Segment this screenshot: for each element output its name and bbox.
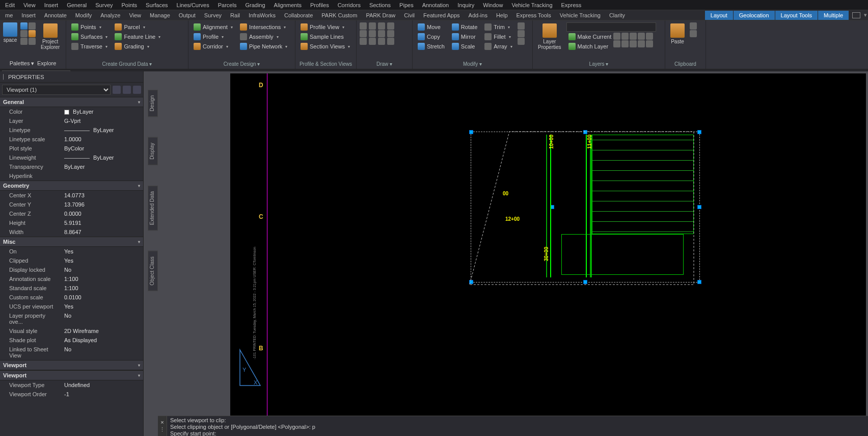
property-row[interactable]: Lineweight ByLayer xyxy=(0,153,143,162)
stretch-button[interactable]: Stretch xyxy=(416,42,447,51)
traverse-button[interactable]: Traverse xyxy=(69,42,110,51)
toolspace-button[interactable]: space xyxy=(3,37,17,43)
property-value[interactable]: No xyxy=(61,312,143,326)
property-row[interactable]: Standard scale1:100 xyxy=(0,284,143,293)
menu-pipes[interactable]: Pipes xyxy=(395,1,418,9)
layer-properties-button[interactable]: Layer Properties xyxy=(536,22,563,51)
panel-tab-multiple[interactable]: Multiple xyxy=(818,11,849,20)
draw-icon[interactable] xyxy=(360,30,367,37)
menu-grading[interactable]: Grading xyxy=(241,1,269,9)
tab-annotate[interactable]: Annotate xyxy=(40,11,71,19)
palette-icon[interactable] xyxy=(20,22,28,30)
select-objects-icon[interactable] xyxy=(123,86,131,94)
tab-modify[interactable]: Modify xyxy=(71,11,96,19)
property-value[interactable]: ByLayer xyxy=(61,126,143,134)
points-button[interactable]: Points xyxy=(69,22,110,32)
property-row[interactable]: Custom scale0.0100 xyxy=(0,293,143,302)
tab-view[interactable]: View xyxy=(125,11,145,19)
tab-parkdraw[interactable]: PARK Draw xyxy=(362,11,399,19)
property-row[interactable]: Center Y13.7096 xyxy=(0,200,143,209)
line-icon[interactable] xyxy=(360,22,367,30)
modify-icon[interactable] xyxy=(518,22,525,30)
layer-icon[interactable] xyxy=(630,33,637,40)
layer-icon[interactable] xyxy=(621,40,629,47)
draw-icon[interactable] xyxy=(387,30,394,37)
copy-button[interactable]: Copy xyxy=(416,32,447,41)
property-row[interactable]: ClippedYes xyxy=(0,256,143,265)
property-value[interactable]: Yes xyxy=(61,257,143,265)
section-viewport2[interactable]: Viewport xyxy=(0,370,143,380)
scale-button[interactable]: Scale xyxy=(450,42,479,51)
property-value[interactable]: As Displayed xyxy=(61,336,143,344)
tab-vehicletracking2[interactable]: Vehicle Tracking xyxy=(556,11,605,19)
quick-select-icon[interactable] xyxy=(133,86,141,94)
featureline-button[interactable]: Feature Line xyxy=(113,32,162,41)
menu-linescurves[interactable]: Lines/Curves xyxy=(173,1,213,9)
property-row[interactable]: Height5.9191 xyxy=(0,218,143,227)
tab-manage[interactable]: Manage xyxy=(146,11,174,19)
property-value[interactable]: -1 xyxy=(61,390,143,398)
menu-annotation[interactable]: Annotation xyxy=(418,1,453,9)
tab-addins[interactable]: Add-ins xyxy=(465,11,492,19)
tab-home[interactable]: me xyxy=(1,11,17,19)
property-value[interactable]: Undefined xyxy=(61,381,143,389)
grading-button[interactable]: Grading xyxy=(113,42,162,51)
property-value[interactable]: 8.8647 xyxy=(61,228,143,236)
tab-output[interactable]: Output xyxy=(175,11,200,19)
tab-rail[interactable]: Rail xyxy=(226,11,244,19)
property-value[interactable]: 14.0773 xyxy=(61,191,143,199)
mirror-button[interactable]: Mirror xyxy=(450,32,479,41)
layer-icon[interactable] xyxy=(646,33,653,40)
move-button[interactable]: Move xyxy=(416,22,447,32)
pipenetwork-button[interactable]: Pipe Network xyxy=(238,42,289,51)
rotate-button[interactable]: Rotate xyxy=(450,22,479,32)
property-value[interactable]: 5.9191 xyxy=(61,219,143,227)
toolspace-icon[interactable] xyxy=(3,22,17,37)
property-value[interactable]: 0.0000 xyxy=(61,210,143,218)
toggle-pickadd-icon[interactable] xyxy=(113,86,121,94)
section-general[interactable]: General xyxy=(0,97,143,107)
layer-icon[interactable] xyxy=(630,40,637,47)
selection-dropdown[interactable]: Viewport (1) xyxy=(2,85,111,95)
menu-parcels[interactable]: Parcels xyxy=(214,1,241,9)
draw-icon[interactable] xyxy=(369,38,376,45)
clipboard-icon[interactable] xyxy=(690,22,697,30)
menu-window[interactable]: Window xyxy=(479,1,507,9)
property-value[interactable]: 1.0000 xyxy=(61,135,143,143)
property-row[interactable]: Display lockedNo xyxy=(0,265,143,274)
property-row[interactable]: UCS per viewportYes xyxy=(0,302,143,311)
side-tab-object-class[interactable]: Object Class xyxy=(148,251,158,291)
intersections-button[interactable]: Intersections xyxy=(238,22,289,32)
property-row[interactable]: Visual style2D Wireframe xyxy=(0,326,143,336)
layer-dropdown[interactable] xyxy=(566,22,656,32)
menu-insert[interactable]: Insert xyxy=(40,1,63,9)
property-value[interactable]: 13.7096 xyxy=(61,200,143,209)
property-row[interactable]: Center Z0.0000 xyxy=(0,209,143,218)
property-row[interactable]: Linetype scale1.0000 xyxy=(0,135,143,144)
chevron-down-icon[interactable]: ▾ xyxy=(864,12,867,18)
property-row[interactable]: Center X14.0773 xyxy=(0,191,143,200)
property-row[interactable]: TransparencyByLayer xyxy=(0,162,143,171)
menu-corridors[interactable]: Corridors xyxy=(334,1,365,9)
profileview-button[interactable]: Profile View xyxy=(299,22,352,32)
property-value[interactable]: 2D Wireframe xyxy=(61,327,143,335)
assembly-button[interactable]: Assembly xyxy=(238,32,289,41)
property-value[interactable]: ByLayer xyxy=(61,153,143,162)
menu-sections[interactable]: Sections xyxy=(365,1,395,9)
menu-general[interactable]: General xyxy=(63,1,91,9)
close-icon[interactable]: × xyxy=(160,419,164,425)
property-value[interactable]: G-Vprt xyxy=(61,117,143,125)
property-row[interactable]: Layer property ove...No xyxy=(0,311,143,326)
sectionviews-button[interactable]: Section Views xyxy=(299,42,352,51)
tab-survey[interactable]: Survey xyxy=(200,11,226,19)
trim-button[interactable]: Trim xyxy=(482,22,514,32)
draw-icon[interactable] xyxy=(378,38,385,45)
tab-help[interactable]: Help xyxy=(492,11,512,19)
draw-icon[interactable] xyxy=(360,38,367,45)
tab-insert[interactable]: Insert xyxy=(17,11,40,19)
property-row[interactable]: Color ByLayer xyxy=(0,107,143,116)
layer-icon[interactable] xyxy=(621,33,629,40)
tab-civil[interactable]: Civil xyxy=(400,11,419,19)
palette-icon[interactable] xyxy=(29,22,36,30)
property-value[interactable]: 1:100 xyxy=(61,275,143,283)
